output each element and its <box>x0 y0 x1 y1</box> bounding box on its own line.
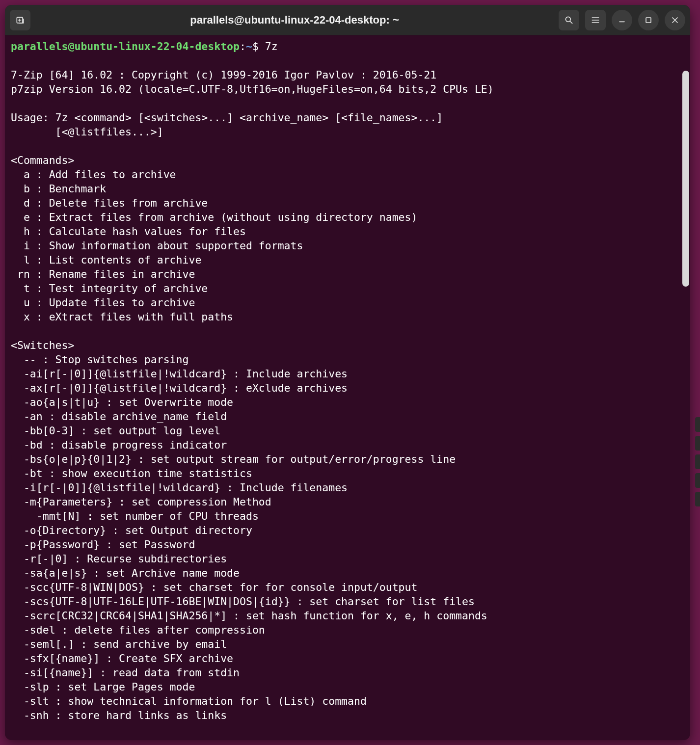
scrollbar-thumb[interactable] <box>682 71 689 287</box>
maximize-icon <box>644 15 653 25</box>
output-usage-1: Usage: 7z <command> [<switches>...] <arc… <box>11 111 443 124</box>
close-button[interactable] <box>665 10 685 30</box>
commands-header: <Commands> <box>11 154 74 166</box>
menu-button[interactable] <box>585 10 606 30</box>
hamburger-icon <box>591 15 600 25</box>
minimize-icon <box>617 15 627 25</box>
commands-list: a : Add files to archive b : Benchmark d… <box>11 168 417 323</box>
close-icon <box>670 15 680 25</box>
maximize-button[interactable] <box>638 10 659 30</box>
svg-rect-2 <box>646 18 651 23</box>
titlebar: parallels@ubuntu-linux-22-04-desktop: ~ <box>5 5 690 35</box>
output-header-2: p7zip Version 16.02 (locale=C.UTF-8,Utf1… <box>11 83 494 95</box>
new-tab-icon <box>15 15 25 25</box>
minimize-button[interactable] <box>612 10 632 30</box>
svg-point-1 <box>565 17 570 22</box>
output-usage-2: [<@listfiles...>] <box>11 126 163 138</box>
prompt-user-host: parallels@ubuntu-linux-22-04-desktop <box>11 40 240 53</box>
prompt-dollar: $ <box>252 40 259 53</box>
output-header-1: 7-Zip [64] 16.02 : Copyright (c) 1999-20… <box>11 69 436 81</box>
prompt-path: ~ <box>246 40 252 53</box>
switches-header: <Switches> <box>11 339 74 351</box>
search-button[interactable] <box>559 10 579 30</box>
window-title: parallels@ubuntu-linux-22-04-desktop: ~ <box>34 14 555 27</box>
new-tab-button[interactable] <box>10 10 30 30</box>
terminal-window: parallels@ubuntu-linux-22-04-desktop: ~ … <box>5 5 690 740</box>
switches-list: -- : Stop switches parsing -ai[r[-|0]]{@… <box>11 353 487 721</box>
prompt-colon: : <box>240 40 246 53</box>
side-window-peek <box>695 417 700 555</box>
prompt-command: 7z <box>265 40 278 53</box>
terminal-body[interactable]: parallels@ubuntu-linux-22-04-desktop:~$ … <box>5 35 690 740</box>
search-icon <box>564 15 574 25</box>
